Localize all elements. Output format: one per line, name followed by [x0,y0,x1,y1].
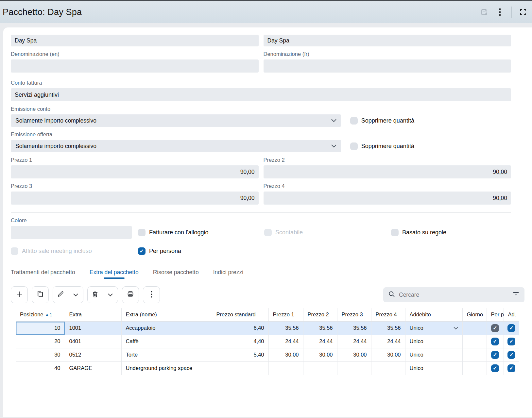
cell-giorno[interactable] [462,361,487,375]
cell-prezzo-standard[interactable]: 6,40 [212,321,268,335]
name-primary-field[interactable] [11,35,259,46]
sopprimere-quantita-offerta-checkbox[interactable]: Sopprimere quantità [350,142,414,150]
emissione-offerta-select[interactable]: Solamente importo complessivo [11,140,341,152]
checkbox-checked-icon[interactable] [507,324,515,332]
cell-prezzo4[interactable]: 35,56 [371,321,405,335]
table-row[interactable]: 40 GARAGE Underground parking space Unic… [16,361,519,375]
prezzo1-field[interactable] [11,165,259,178]
cell-extra-nome[interactable]: Torte [121,348,212,361]
cell-prezzo2[interactable]: 35,56 [303,321,337,335]
table-row[interactable]: 20 0401 Caffè 4,40 24,44 24,44 24,44 24,… [16,335,519,348]
cell-posizione[interactable]: 10 [16,321,65,335]
emissione-conto-select[interactable]: Solamente importo complessivo [11,114,341,127]
colore-field[interactable] [11,226,132,239]
cell-prezzo-standard[interactable] [212,361,268,375]
cell-addebito-select[interactable]: Unico [405,348,462,361]
table-row[interactable]: 10 1001 Accappatoio 6,40 35,56 35,56 35,… [16,321,519,335]
cell-per-persona[interactable] [487,361,504,375]
cell-addebito-flag[interactable] [504,348,519,361]
cell-extra[interactable]: 0512 [65,348,121,361]
cell-per-persona[interactable] [487,335,504,348]
column-header-per-persona[interactable]: Per p [487,308,504,321]
edit-button[interactable] [53,287,68,303]
column-header-prezzo4[interactable]: Prezzo 4 [371,308,405,321]
kebab-menu-icon[interactable] [496,8,504,16]
per-persona-checkbox[interactable]: Per persona [138,247,264,255]
fullscreen-icon[interactable] [519,8,527,16]
basato-su-regole-checkbox[interactable]: Basato su regole [391,229,511,236]
cell-per-persona[interactable] [487,348,504,361]
cell-prezzo4[interactable]: 24,44 [371,335,405,348]
filter-icon[interactable] [513,292,519,298]
cell-prezzo2[interactable] [303,361,337,375]
fatturare-alloggio-checkbox[interactable]: Fatturare con l'alloggio [138,229,264,236]
cell-extra-nome[interactable]: Caffè [121,335,212,348]
cell-prezzo3[interactable]: 24,44 [337,335,371,348]
denominazione-en-field[interactable] [11,59,259,73]
conto-fattura-field[interactable] [11,88,511,101]
name-secondary-field[interactable] [264,35,511,46]
cell-extra-nome[interactable]: Underground parking space [121,361,212,375]
checkbox-checked-icon[interactable] [491,338,499,345]
cell-addebito-flag[interactable] [504,361,519,375]
column-header-prezzo1[interactable]: Prezzo 1 [268,308,303,321]
checkbox-checked-icon[interactable] [491,364,499,372]
column-header-extra-nome[interactable]: Extra (nome) [121,308,212,321]
cell-prezzo3[interactable]: 30,00 [337,348,371,361]
cell-prezzo2[interactable]: 30,00 [303,348,337,361]
column-header-prezzo3[interactable]: Prezzo 3 [337,308,371,321]
checkbox-checked-icon[interactable] [491,351,499,359]
cell-addebito-select[interactable]: Unico [405,335,462,348]
cell-prezzo4[interactable] [371,361,405,375]
checkbox-checked-icon[interactable] [507,338,515,345]
cell-prezzo3[interactable]: 35,56 [337,321,371,335]
cell-prezzo1[interactable]: 24,44 [268,335,303,348]
cell-extra[interactable]: 1001 [65,321,121,335]
cell-prezzo4[interactable]: 30,00 [371,348,405,361]
cell-giorno[interactable] [462,321,487,335]
tab-extra-del-pacchetto[interactable]: Extra del pacchetto [90,264,139,281]
column-header-prezzo-standard[interactable]: Prezzo standard [212,308,268,321]
cell-addebito-flag[interactable] [504,335,519,348]
column-header-posizione[interactable]: Posizione▲1 [16,308,65,321]
table-row[interactable]: 30 0512 Torte 5,40 30,00 30,00 30,00 30,… [16,348,519,361]
more-actions-button[interactable] [143,286,160,303]
sopprimere-quantita-conto-checkbox[interactable]: Sopprimere quantità [350,117,414,125]
cell-posizione[interactable]: 30 [16,348,65,361]
checkbox-checked-icon[interactable] [507,364,515,372]
checkbox-checked-icon[interactable] [507,351,515,359]
cell-extra-nome[interactable]: Accappatoio [121,321,212,335]
cell-addebito-select[interactable]: Unico [405,361,462,375]
cell-prezzo1[interactable]: 35,56 [268,321,303,335]
cell-posizione[interactable]: 40 [16,361,65,375]
cell-giorno[interactable] [462,348,487,361]
column-header-extra[interactable]: Extra [65,308,121,321]
denominazione-fr-field[interactable] [264,59,511,73]
edit-menu-button[interactable] [68,287,83,303]
cell-prezzo3[interactable] [337,361,371,375]
cell-posizione[interactable]: 20 [16,335,65,348]
prezzo2-field[interactable] [264,165,511,178]
delete-button[interactable] [88,287,103,303]
delete-menu-button[interactable] [103,287,118,303]
prezzo4-field[interactable] [264,192,511,205]
checkbox-checked-icon[interactable] [491,324,499,332]
tab-risorse-pacchetto[interactable]: Risorse pacchetto [153,264,199,281]
tab-indici-prezzi[interactable]: Indici prezzi [213,264,243,281]
print-button[interactable] [122,286,139,303]
cell-prezzo-standard[interactable]: 4,40 [212,335,268,348]
cell-prezzo1[interactable] [268,361,303,375]
column-header-prezzo2[interactable]: Prezzo 2 [303,308,337,321]
column-header-giorno[interactable]: Giorno [462,308,487,321]
prezzo3-field[interactable] [11,192,259,205]
save-icon[interactable] [480,8,489,16]
add-button[interactable] [11,286,28,303]
cell-prezzo1[interactable]: 30,00 [268,348,303,361]
cell-per-persona[interactable] [487,321,504,335]
cell-extra[interactable]: GARAGE [65,361,121,375]
duplicate-button[interactable] [32,286,49,303]
tab-trattamenti-del-pacchetto[interactable]: Trattamenti del pacchetto [11,264,75,281]
column-header-addebito-flag[interactable]: Ad. [504,308,519,321]
cell-addebito-select[interactable]: Unico [405,321,462,335]
cell-prezzo2[interactable]: 24,44 [303,335,337,348]
